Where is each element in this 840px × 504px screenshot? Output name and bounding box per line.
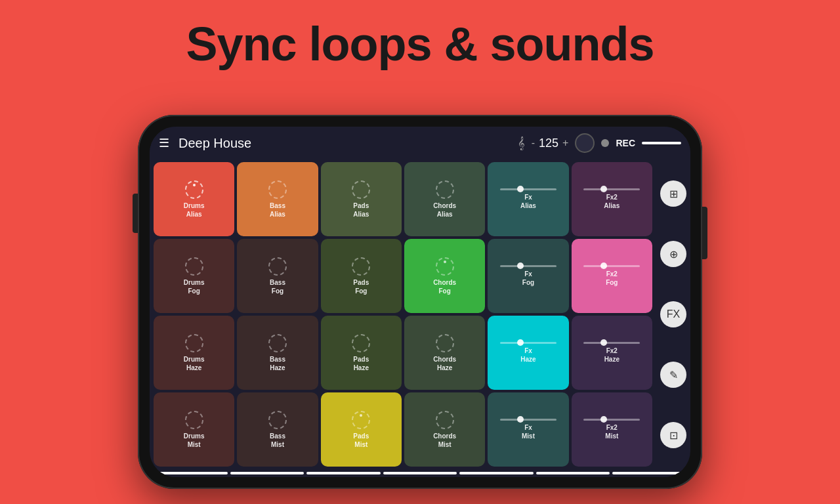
- pad-label-drums-alias: Drums Alias: [184, 201, 205, 219]
- pad-bass-haze[interactable]: Bass Haze: [237, 316, 318, 390]
- pad-label-fx-haze: Fx Haze: [520, 346, 536, 364]
- nav-line-6[interactable]: [612, 472, 686, 474]
- tempo-controls: - 125 +: [532, 136, 569, 150]
- pad-fx2-fog[interactable]: Fx2 Fog: [572, 239, 652, 313]
- pad-label-fx2-fog: Fx2 Fog: [606, 270, 618, 287]
- pad-label-drums-haze: Drums Haze: [184, 355, 205, 372]
- pad-label-fx2-mist: Fx2 Mist: [605, 423, 618, 440]
- grid-btn[interactable]: ⊞: [660, 180, 686, 207]
- knob-pads-fog: [352, 257, 370, 276]
- pad-pads-fog[interactable]: Pads Fog: [321, 239, 402, 313]
- pad-fx-haze[interactable]: Fx Haze: [488, 316, 568, 390]
- nav-line-0[interactable]: [154, 472, 228, 474]
- slider-fx-alias: [500, 188, 556, 190]
- pad-label-fx-mist: Fx Mist: [522, 423, 535, 440]
- pad-fx-alias[interactable]: Fx Alias: [488, 162, 568, 236]
- slider-thumb-fx-mist: [517, 416, 524, 423]
- pad-label-chords-haze: Chords Haze: [433, 355, 456, 372]
- knob-chords-haze: [436, 334, 454, 352]
- pad-label-fx-fog: Fx Fog: [522, 270, 534, 287]
- menu-icon[interactable]: ☰: [159, 136, 169, 150]
- knob-chords-alias: [436, 180, 454, 199]
- app-ui: ☰ Deep House 𝄞 - 125 + REC: [150, 127, 690, 477]
- pad-bass-fog[interactable]: Bass Fog: [237, 239, 318, 313]
- mixer-btn[interactable]: ⊕: [660, 241, 686, 267]
- pad-fx-mist[interactable]: Fx Mist: [488, 392, 568, 467]
- pad-drums-haze[interactable]: Drums Haze: [154, 316, 234, 390]
- knob-pads-alias: [352, 180, 370, 199]
- knob-drums-mist: [185, 411, 203, 429]
- pad-chords-haze[interactable]: Chords Haze: [404, 316, 485, 390]
- tempo-value: 125: [539, 136, 558, 150]
- grid-area: Drums AliasBass AliasPads AliasChords Al…: [150, 159, 690, 469]
- nav-line-2[interactable]: [306, 472, 381, 474]
- tempo-plus[interactable]: +: [562, 137, 568, 149]
- rec-label[interactable]: REC: [616, 138, 635, 148]
- nav-line-1[interactable]: [230, 472, 304, 474]
- pad-label-chords-mist: Chords Mist: [433, 432, 456, 449]
- pad-pads-alias[interactable]: Pads Alias: [321, 162, 402, 236]
- pad-pads-haze[interactable]: Pads Haze: [321, 316, 402, 390]
- pad-bass-alias[interactable]: Bass Alias: [237, 162, 318, 236]
- phone-body: ☰ Deep House 𝄞 - 125 + REC: [138, 115, 702, 489]
- top-bar: ☰ Deep House 𝄞 - 125 + REC: [150, 127, 690, 159]
- nav-line-4[interactable]: [459, 472, 534, 474]
- knob-dot-chords-fog: [444, 261, 446, 263]
- grid-row-3: Drums MistBass MistPads MistChords MistF…: [154, 392, 652, 467]
- slider-fx-fog: [500, 265, 556, 267]
- pad-drums-mist[interactable]: Drums Mist: [154, 392, 234, 467]
- knob-drums-alias: [185, 180, 203, 199]
- pad-drums-fog[interactable]: Drums Fog: [154, 239, 234, 313]
- knob-bass-alias: [268, 180, 287, 199]
- pad-label-chords-alias: Chords Alias: [433, 201, 456, 219]
- pad-label-drums-fog: Drums Fog: [184, 278, 205, 295]
- headline: Sync loops & sounds: [0, 0, 840, 70]
- pad-label-pads-mist: Pads Mist: [353, 432, 369, 449]
- fx-btn[interactable]: FX: [660, 301, 686, 327]
- slider-fx2-mist: [583, 419, 640, 421]
- pad-chords-alias[interactable]: Chords Alias: [404, 162, 485, 236]
- pad-label-fx-alias: Fx Alias: [520, 193, 536, 210]
- pad-drums-alias[interactable]: Drums Alias: [154, 162, 234, 236]
- pad-pads-mist[interactable]: Pads Mist: [321, 392, 402, 467]
- slider-fx-haze: [500, 342, 556, 344]
- rec-bar: [642, 142, 681, 144]
- slider-fx-mist: [500, 419, 556, 421]
- grid-row-2: Drums HazeBass HazePads HazeChords HazeF…: [154, 316, 652, 390]
- knob-dot-drums-alias: [193, 184, 196, 186]
- settings-knob[interactable]: [575, 133, 595, 153]
- knob-drums-haze: [185, 334, 203, 352]
- pad-fx2-mist[interactable]: Fx2 Mist: [572, 392, 652, 467]
- grid-row-1: Drums FogBass FogPads FogChords FogFx Fo…: [154, 239, 652, 313]
- nav-line-3[interactable]: [383, 472, 457, 474]
- knob-bass-fog: [268, 257, 287, 276]
- bottom-nav: [150, 469, 690, 477]
- pad-label-fx2-alias: Fx2 Alias: [604, 193, 620, 210]
- slider-thumb-fx-fog: [517, 262, 524, 269]
- pad-bass-mist[interactable]: Bass Mist: [237, 392, 318, 467]
- pad-label-bass-alias: Bass Alias: [270, 201, 285, 219]
- tempo-minus[interactable]: -: [532, 137, 535, 149]
- slider-thumb-fx-haze: [517, 339, 524, 346]
- slider-thumb-fx2-fog: [600, 262, 607, 269]
- knob-pads-haze: [352, 334, 370, 352]
- pad-label-pads-haze: Pads Haze: [353, 355, 369, 372]
- pad-label-pads-fog: Pads Fog: [353, 278, 369, 295]
- pad-fx2-haze[interactable]: Fx2 Haze: [572, 316, 652, 390]
- edit-btn[interactable]: ✎: [660, 362, 686, 388]
- pad-chords-fog[interactable]: Chords Fog: [404, 239, 485, 313]
- pad-label-drums-mist: Drums Mist: [184, 432, 205, 449]
- knob-dot-pads-mist: [360, 414, 362, 417]
- knob-bass-haze: [268, 334, 287, 352]
- pad-chords-mist[interactable]: Chords Mist: [404, 392, 485, 467]
- pad-label-chords-fog: Chords Fog: [433, 278, 456, 295]
- phone-wrapper: ☰ Deep House 𝄞 - 125 + REC: [138, 115, 702, 489]
- knob-pads-mist: [352, 411, 370, 429]
- pad-fx2-alias[interactable]: Fx2 Alias: [572, 162, 652, 236]
- pad-label-bass-haze: Bass Haze: [270, 355, 285, 372]
- pad-fx-fog[interactable]: Fx Fog: [488, 239, 568, 313]
- folder-btn[interactable]: ⊡: [660, 422, 686, 448]
- nav-line-5[interactable]: [536, 472, 610, 474]
- record-dot[interactable]: [601, 139, 609, 147]
- metronome-icon[interactable]: 𝄞: [518, 136, 525, 150]
